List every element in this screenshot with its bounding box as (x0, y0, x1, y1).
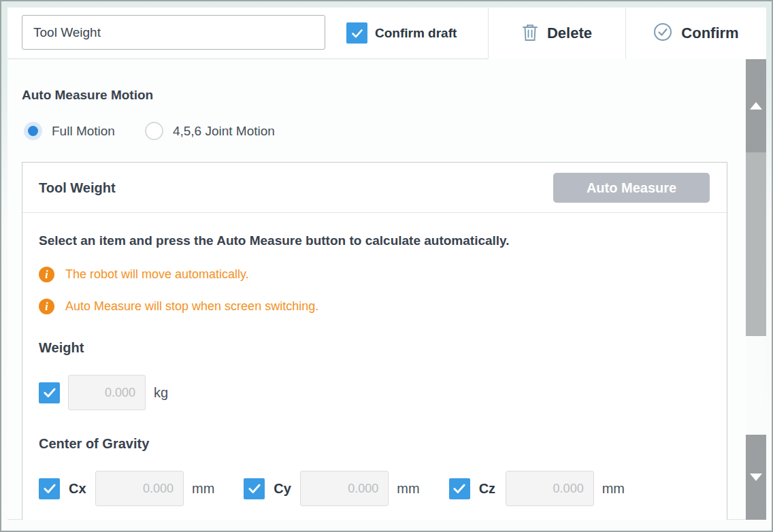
radio-selected-icon (24, 122, 42, 140)
delete-button-label: Delete (547, 24, 592, 42)
cz-label: Cz (479, 481, 497, 497)
radio-unselected-icon (145, 122, 163, 140)
cy-label: Cy (274, 481, 292, 497)
cog-cz-group: Cz mm (449, 471, 625, 506)
check-icon (42, 481, 57, 496)
scrollbar-track[interactable] (746, 336, 766, 435)
cx-unit: mm (192, 481, 214, 497)
auto-measure-button[interactable]: Auto Measure (553, 173, 710, 203)
cog-row: Cx mm Cy mm (39, 471, 710, 506)
weight-section-title: Weight (39, 340, 710, 356)
trash-icon (522, 23, 538, 44)
top-toolbar: Confirm draft Delete Confirm (7, 7, 766, 59)
radio-full-motion[interactable]: Full Motion (24, 122, 115, 140)
auto-measure-motion-title: Auto Measure Motion (22, 88, 153, 103)
arrow-up-icon (750, 102, 762, 110)
motion-radio-group: Full Motion 4,5,6 Joint Motion (24, 122, 275, 140)
warning-row: i Auto Measure will stop when screen swi… (39, 299, 710, 314)
delete-button[interactable]: Delete (489, 7, 625, 59)
check-icon (350, 27, 364, 40)
scrollbar-thumb[interactable] (746, 152, 766, 336)
cx-label: Cx (69, 481, 87, 497)
weight-unit: kg (154, 385, 168, 401)
scroll-down-button[interactable] (746, 435, 766, 520)
settings-content: Auto Measure Motion Full Motion 4,5,6 Jo… (7, 59, 766, 520)
check-circle-icon (653, 22, 672, 44)
cog-cy-group: Cy mm (244, 471, 419, 506)
info-icon: i (39, 299, 54, 314)
cx-checkbox[interactable] (39, 478, 60, 499)
warning-text: Auto Measure will stop when screen switc… (65, 299, 318, 314)
confirm-draft-checkbox[interactable] (346, 22, 367, 44)
check-icon (452, 481, 467, 496)
warning-row: i The robot will move automatically. (39, 267, 710, 282)
cog-section-title: Center of Gravity (39, 436, 710, 452)
confirm-button-label: Confirm (681, 24, 738, 42)
cy-checkbox[interactable] (244, 478, 265, 499)
info-icon: i (39, 267, 54, 282)
warning-text: The robot will move automatically. (65, 267, 249, 282)
panel-body: Select an item and press the Auto Measur… (22, 233, 727, 506)
cy-input[interactable] (300, 471, 389, 506)
vertical-scrollbar (746, 59, 766, 520)
cz-unit: mm (602, 481, 625, 497)
tool-name-input[interactable] (22, 15, 325, 50)
cz-checkbox[interactable] (449, 478, 470, 499)
weight-row: kg (39, 375, 710, 410)
tool-weight-panel: Tool Weight Auto Measure Select an item … (22, 162, 727, 520)
radio-full-motion-label: Full Motion (52, 124, 115, 139)
check-icon (247, 481, 262, 496)
cy-unit: mm (397, 481, 419, 497)
panel-title: Tool Weight (39, 163, 116, 213)
cx-input[interactable] (95, 471, 184, 506)
confirm-draft-label: Confirm draft (375, 7, 457, 59)
scroll-up-button[interactable] (746, 59, 766, 152)
weight-input[interactable] (68, 375, 146, 410)
arrow-down-icon (750, 473, 762, 481)
weight-checkbox[interactable] (39, 382, 60, 403)
radio-456-joint-motion-label: 4,5,6 Joint Motion (173, 124, 275, 139)
cog-cx-group: Cx mm (39, 471, 214, 506)
panel-header: Tool Weight Auto Measure (22, 163, 727, 213)
check-icon (42, 385, 57, 400)
radio-456-joint-motion[interactable]: 4,5,6 Joint Motion (145, 122, 275, 140)
instruction-text: Select an item and press the Auto Measur… (39, 233, 710, 248)
confirm-button[interactable]: Confirm (626, 7, 766, 59)
cz-input[interactable] (506, 471, 594, 506)
